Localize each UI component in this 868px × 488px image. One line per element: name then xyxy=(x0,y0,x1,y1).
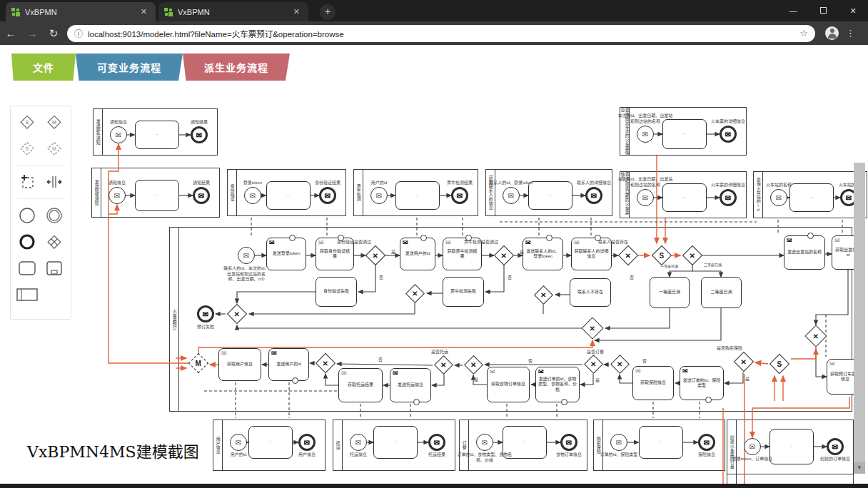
start-event[interactable]: ✉ xyxy=(610,434,627,451)
tab-close-icon[interactable]: ✕ xyxy=(291,6,303,18)
start-event[interactable]: ✉ xyxy=(637,189,654,206)
event-label: 火车票的详细信息 xyxy=(711,183,745,188)
end-event[interactable]: ✉ xyxy=(193,187,210,204)
end-event[interactable]: ✉ xyxy=(319,187,336,204)
start-event[interactable]: ✉ xyxy=(476,434,493,451)
start-event[interactable]: ✉ xyxy=(770,189,787,206)
modeler-page: 文件 可变业务流程 派生业务流程 SMSM 发送邮件通知✉–✉通知信息通知结果查… xyxy=(0,45,868,488)
profile-avatar[interactable] xyxy=(825,26,839,40)
task[interactable]: – xyxy=(528,181,572,210)
event-label: 联系人的id、车次的id、出发站和到达站的名称、出发日期、cID xyxy=(223,266,269,283)
end-event[interactable]: ✉ xyxy=(451,187,468,204)
event-label: 黄牛检测结果 xyxy=(447,181,473,186)
window-close-button[interactable]: ✕ xyxy=(838,0,868,21)
end-event[interactable]: ✉ xyxy=(720,126,737,143)
start-event[interactable]: ✉ xyxy=(350,434,367,451)
start-event[interactable]: ✉ xyxy=(637,126,654,143)
end-event[interactable]: ✉ xyxy=(585,187,602,204)
start-event[interactable]: ✉ xyxy=(503,187,520,204)
canvas-scrollbar[interactable]: ▼ xyxy=(854,163,865,474)
browser-tab-1[interactable]: VxBPMN ✕ xyxy=(6,2,156,21)
flow-label: 是否订餐 xyxy=(587,348,604,355)
end-event[interactable]: ✉ xyxy=(827,438,844,455)
task[interactable]: – xyxy=(266,181,311,210)
send-task[interactable]: ✉发送订单的id、食物类型、食物名称、价格 xyxy=(535,367,580,402)
end-event[interactable]: ✉ xyxy=(197,305,214,322)
flow-label: 否 xyxy=(379,274,383,280)
task[interactable]: 一等座已满 xyxy=(650,277,690,308)
flow-label: 身份验证是否通过 xyxy=(337,238,371,245)
task[interactable]: – xyxy=(395,181,440,210)
back-icon[interactable]: ← xyxy=(0,27,21,39)
receive-task[interactable]: ✉获取食物订单信息 xyxy=(487,367,530,402)
start-event[interactable]: ✉ xyxy=(370,187,388,204)
url-text: localhost:9013/modeler.html?fileName=火车票… xyxy=(88,28,799,39)
tab-title: VxBPMN xyxy=(178,8,291,16)
send-task[interactable]: ✉发送用户的id xyxy=(268,348,309,381)
send-task[interactable]: ✉发送托运信息 xyxy=(390,368,431,402)
send-task[interactable]: ✉发送订单的id、保险类型 xyxy=(680,366,724,400)
figure-caption: VxBPMN4MS建模截图 xyxy=(27,439,199,462)
window-maximize-button[interactable] xyxy=(808,0,838,21)
refresh-icon[interactable]: ↻ xyxy=(43,27,64,40)
event-label: 托运结果 xyxy=(428,452,445,458)
task[interactable]: 联系人不存在 xyxy=(570,278,611,307)
end-event[interactable]: ✉ xyxy=(698,434,715,451)
event-label: 用户的id xyxy=(371,181,388,186)
start-event[interactable]: ✉ xyxy=(244,187,261,204)
send-task[interactable]: ✉发送用户的id xyxy=(400,238,435,270)
event-label: 联系人的详细信息 xyxy=(577,181,611,186)
send-task[interactable]: ✉发送出发站的名称 xyxy=(784,235,825,270)
event-label: 联系人的id、登录token xyxy=(489,181,533,186)
flow-label: 一等座已满 xyxy=(660,263,678,268)
receive-task[interactable]: ✉获取托运结果 xyxy=(338,368,383,402)
send-task[interactable]: ✉发送登录token xyxy=(266,238,306,270)
task[interactable]: – xyxy=(135,121,179,149)
bookmark-star-icon[interactable]: ☆ xyxy=(799,28,808,39)
start-event[interactable]: ✉ xyxy=(744,438,761,455)
flow-label: 否 xyxy=(642,357,647,364)
task[interactable]: – xyxy=(639,426,683,459)
start-event[interactable]: ✉ xyxy=(230,434,247,451)
task[interactable]: 二等座已满 xyxy=(701,277,742,308)
event-label: 保险信息 xyxy=(698,452,715,458)
task[interactable]: – xyxy=(373,426,418,459)
task[interactable]: – xyxy=(135,180,179,211)
event-label: 订单的id、保险类型 xyxy=(600,452,638,458)
diagram-canvas[interactable]: 发送邮件通知✉–✉通知信息通知结果查询指定车次的火车票信息✉–✉车次的id、出发… xyxy=(0,45,868,488)
end-event[interactable]: ✉ xyxy=(428,434,445,451)
event-label: 托运信息 xyxy=(350,452,367,458)
browser-menu-icon[interactable]: ⋮ xyxy=(846,28,855,39)
site-info-icon[interactable]: ⓘ xyxy=(74,27,83,39)
event-label: 订单的id、食物类型、食物名称、价格 xyxy=(457,452,513,463)
task[interactable]: – xyxy=(769,429,814,464)
task[interactable]: 黄牛检测失败 xyxy=(443,277,484,307)
send-task[interactable]: ✉发送联系人的id、登录token xyxy=(523,238,563,270)
start-event[interactable]: ✉ xyxy=(108,187,126,204)
task[interactable]: – xyxy=(248,426,293,459)
end-event[interactable]: ✉ xyxy=(560,434,577,451)
flow-label: 联系人是否存在 xyxy=(598,238,628,245)
browser-tab-2[interactable]: VxBPMN ✕ xyxy=(158,2,308,21)
tab-close-icon[interactable]: ✕ xyxy=(138,6,150,18)
event-label: 创建的订单信息 xyxy=(820,457,850,462)
new-tab-button[interactable]: + xyxy=(320,4,335,20)
window-minimize-button[interactable]: — xyxy=(778,0,808,21)
event-label: 登录token xyxy=(243,181,263,186)
flow-label: 是 xyxy=(474,376,478,382)
task[interactable]: 身份验证失败 xyxy=(316,277,357,307)
start-event[interactable]: ✉ xyxy=(110,126,127,143)
receive-task[interactable]: ✉获取用户信息 xyxy=(218,348,261,381)
receive-task[interactable]: ✉获取保险信息 xyxy=(632,366,674,400)
end-event[interactable]: ✉ xyxy=(720,189,737,206)
end-event[interactable]: ✉ xyxy=(298,434,316,451)
start-event[interactable]: ✉ xyxy=(238,247,255,264)
forward-icon[interactable]: → xyxy=(21,27,43,39)
scroll-down-icon[interactable]: ▼ xyxy=(854,462,865,474)
task[interactable]: – xyxy=(662,183,707,212)
end-event[interactable]: ✉ xyxy=(191,126,208,143)
flow-label: 是 xyxy=(520,248,524,255)
url-field[interactable]: ⓘ localhost:9013/modeler.html?fileName=火… xyxy=(67,25,815,42)
event-label: 用户的id xyxy=(231,452,247,458)
task[interactable]: – xyxy=(789,183,834,212)
